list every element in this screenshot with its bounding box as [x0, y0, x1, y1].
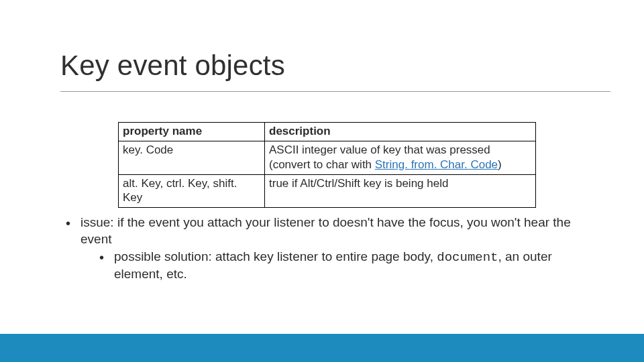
header-description: description: [265, 123, 536, 141]
bullet-lvl2: possible solution: attach key listener t…: [95, 249, 604, 282]
table-row: alt. Key, ctrl. Key, shift. Key true if …: [119, 174, 536, 208]
title-divider: [60, 91, 610, 92]
link-string-fromcharcode[interactable]: String. from. Char. Code: [375, 158, 498, 171]
cell-property-name: alt. Key, ctrl. Key, shift. Key: [119, 174, 265, 208]
footer-bar: [0, 334, 644, 362]
table-row: key. Code ASCII integer value of key tha…: [119, 141, 536, 175]
desc-text-post: ): [498, 158, 502, 171]
bullet-lvl1: issue: if the event you attach your list…: [62, 215, 604, 283]
cell-property-name: key. Code: [119, 141, 265, 175]
bullet-list: issue: if the event you attach your list…: [62, 215, 604, 283]
desc-text-pre: true if Alt/Ctrl/Shift key is being held: [269, 177, 448, 190]
bullet-lvl1-text: issue: if the event you attach your list…: [80, 215, 571, 246]
table-header-row: property name description: [119, 123, 536, 141]
cell-description: true if Alt/Ctrl/Shift key is being held: [265, 174, 536, 208]
cell-description: ASCII integer value of key that was pres…: [265, 141, 536, 175]
slide: Key event objects property name descript…: [0, 0, 644, 362]
code-document: document: [437, 250, 498, 265]
page-title: Key event objects: [60, 50, 285, 82]
header-property-name: property name: [119, 123, 265, 141]
bullet-lvl2-pre: possible solution: attach key listener t…: [114, 249, 437, 263]
properties-table: property name description key. Code ASCI…: [118, 122, 536, 208]
